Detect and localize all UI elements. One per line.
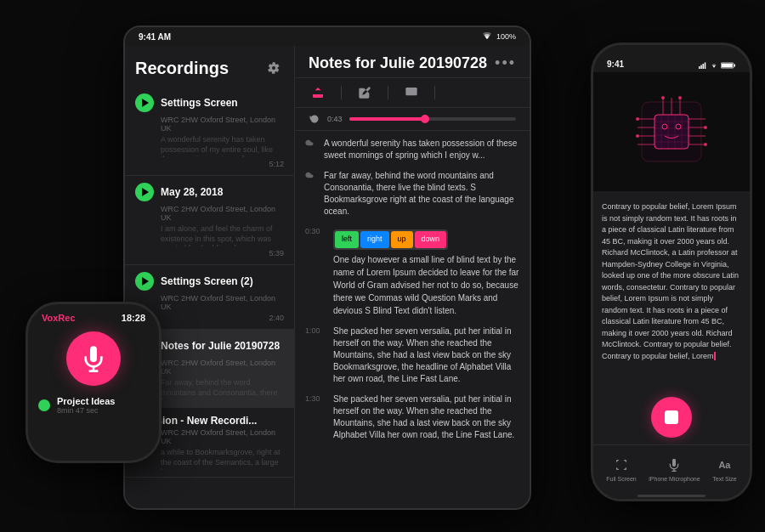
play-icon-0 bbox=[142, 99, 149, 107]
svg-point-45 bbox=[704, 143, 707, 146]
format-left-button[interactable]: left bbox=[335, 231, 359, 248]
iphone-bottom-bar: Full Screen iPhone Microphone Aa Text Si… bbox=[593, 444, 750, 492]
recordings-header: Recordings bbox=[125, 46, 294, 87]
notes-header: Notes for Julie 20190728 ••• bbox=[295, 46, 530, 78]
replay-icon[interactable] bbox=[309, 113, 320, 125]
settings-button[interactable] bbox=[264, 58, 284, 78]
waveform-fill bbox=[349, 117, 424, 121]
fullscreen-icon bbox=[612, 456, 631, 474]
sliders-icon bbox=[451, 86, 465, 99]
svg-point-46 bbox=[661, 96, 665, 99]
iphone-text-cursor bbox=[714, 352, 716, 360]
scene: 9:41 AM 100% Recordings bbox=[0, 0, 765, 532]
note-entry-1: Far far away, behind the word mountains … bbox=[305, 170, 519, 218]
ipad-device: 9:41 AM 100% Recordings bbox=[123, 25, 531, 510]
ipad-content: Recordings Settings Screen bbox=[125, 46, 530, 508]
more-options-button[interactable]: ••• bbox=[495, 54, 516, 72]
watch-device: VoxRec 18:28 Project Ideas 8min 47 sec bbox=[26, 302, 162, 463]
recording-name-1: May 28, 2018 bbox=[161, 186, 223, 198]
watch-play-indicator bbox=[38, 399, 50, 411]
ipad-status-bar: 9:41 AM 100% bbox=[125, 27, 530, 46]
monitor-toolbar-icon[interactable] bbox=[402, 83, 421, 102]
watch-recording-item[interactable]: Project Ideas 8min 47 sec bbox=[28, 391, 159, 420]
edit-toolbar-icon[interactable] bbox=[355, 83, 374, 102]
textsize-icon: Aa bbox=[715, 456, 734, 474]
recording-preview-1: I am alone, and feel the charm of existe… bbox=[161, 224, 284, 246]
note-text-4: She packed her seven versalia, put her i… bbox=[333, 393, 519, 441]
recording-duration-1: 5:39 bbox=[269, 249, 284, 258]
iphone-text-content: Contrary to popular belief, Lorem Ipsum … bbox=[602, 202, 739, 360]
note-text-2: One day however a small line of blind te… bbox=[333, 255, 518, 315]
recording-name-3: Notes for Julie 20190728 bbox=[161, 340, 280, 352]
svg-rect-20 bbox=[654, 115, 688, 149]
note-timestamp-4: 1:30 bbox=[305, 393, 326, 441]
iphone-wifi-icon bbox=[710, 62, 718, 69]
notes-panel: Notes for Julie 20190728 ••• bbox=[295, 46, 530, 508]
upload-toolbar-icon[interactable] bbox=[309, 83, 327, 102]
recording-location-3: WRC 2HW Oxford Street, London UK bbox=[161, 359, 284, 376]
play-button-2[interactable] bbox=[135, 272, 154, 291]
svg-rect-14 bbox=[703, 64, 705, 69]
text-format-toolbar[interactable]: left right up down bbox=[333, 229, 448, 250]
note-text-0: A wonderful serenity has taken possessio… bbox=[324, 138, 519, 161]
iphone-microphone-item[interactable]: iPhone Microphone bbox=[649, 456, 700, 482]
iphone-time: 9:41 bbox=[607, 59, 624, 69]
iphone-textsize-item[interactable]: Aa Text Size bbox=[712, 456, 736, 482]
stop-icon bbox=[665, 410, 678, 424]
waveform-progress-bar[interactable] bbox=[349, 117, 516, 121]
microphone-icon bbox=[80, 345, 107, 372]
watch-item-duration: 8min 47 sec bbox=[57, 406, 149, 415]
iphone-battery-icon bbox=[721, 62, 736, 69]
watch-record-button[interactable] bbox=[66, 331, 121, 386]
notes-content: A wonderful serenity has taken possessio… bbox=[295, 131, 530, 508]
gear-icon bbox=[267, 61, 280, 75]
recording-duration-0: 5:12 bbox=[269, 160, 284, 168]
recording-location-4: WRC 2HW Oxford Street, London UK bbox=[161, 428, 284, 445]
recording-location-2: WRC 2HW Oxford Street, London UK bbox=[161, 294, 284, 311]
note-entry-0: A wonderful serenity has taken possessio… bbox=[305, 138, 519, 161]
recording-location-0: WRC 2HW Oxford Street, London UK bbox=[161, 116, 284, 133]
recording-name-0: Settings Screen bbox=[161, 97, 238, 109]
recording-item-1[interactable]: May 28, 2018 WRC 2HW Oxford Street, Lond… bbox=[125, 176, 294, 265]
ipad-status-right: 100% bbox=[481, 32, 516, 41]
iphone-fullscreen-item[interactable]: Full Screen bbox=[606, 456, 636, 482]
iphone-main-text[interactable]: Contrary to popular belief, Lorem Ipsum … bbox=[593, 191, 750, 390]
play-button-1[interactable] bbox=[135, 183, 154, 201]
svg-rect-0 bbox=[405, 88, 416, 95]
toolbar-sep-3 bbox=[434, 86, 435, 99]
play-button-0[interactable] bbox=[135, 93, 154, 112]
waveform-thumb[interactable] bbox=[421, 115, 429, 123]
recordings-title: Recordings bbox=[135, 59, 229, 78]
recording-preview-4: a while to Bookmarksgrove, right at the … bbox=[161, 448, 284, 470]
monitor-icon bbox=[405, 86, 418, 99]
svg-point-47 bbox=[678, 96, 682, 99]
sliders-toolbar-icon[interactable] bbox=[449, 83, 468, 102]
note-icon-1 bbox=[305, 170, 317, 218]
home-bar bbox=[638, 495, 706, 497]
iphone-stop-button[interactable] bbox=[651, 397, 692, 438]
svg-rect-13 bbox=[700, 65, 702, 70]
format-down-button[interactable]: down bbox=[415, 231, 447, 248]
svg-rect-18 bbox=[734, 65, 736, 67]
textsize-label: Text Size bbox=[712, 476, 736, 482]
iphone-mic-svg bbox=[667, 458, 681, 472]
fullscreen-label: Full Screen bbox=[606, 476, 636, 482]
play-icon-1 bbox=[142, 188, 149, 196]
watch-item-info: Project Ideas 8min 47 sec bbox=[57, 396, 149, 415]
notes-title: Notes for Julie 20190728 bbox=[309, 54, 487, 72]
recording-item-0[interactable]: Settings Screen WRC 2HW Oxford Street, L… bbox=[125, 87, 294, 176]
toolbar-row bbox=[295, 78, 530, 108]
recording-location-1: WRC 2HW Oxford Street, London UK bbox=[161, 205, 284, 222]
edit-icon bbox=[358, 86, 371, 99]
svg-point-42 bbox=[636, 117, 639, 121]
format-up-button[interactable]: up bbox=[391, 231, 413, 248]
svg-point-44 bbox=[704, 126, 707, 129]
iphone-notch bbox=[638, 45, 706, 62]
toolbar-sep-1 bbox=[341, 86, 342, 99]
svg-rect-17 bbox=[722, 64, 733, 68]
iphone-record-area bbox=[593, 390, 750, 444]
iphone-status-icons bbox=[699, 62, 736, 69]
format-right-button[interactable]: right bbox=[360, 231, 389, 248]
watch-crown-top bbox=[159, 342, 162, 368]
microphone-label: iPhone Microphone bbox=[649, 476, 700, 482]
